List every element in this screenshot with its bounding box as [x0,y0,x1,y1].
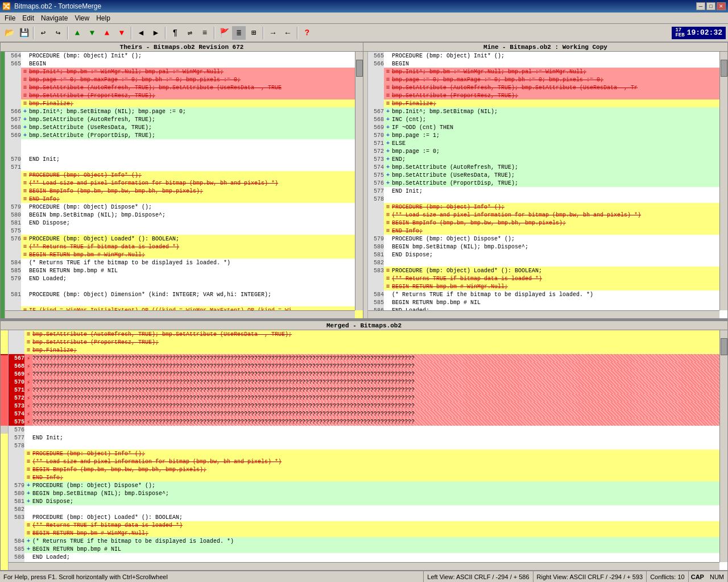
menu-help[interactable]: Help [93,14,114,23]
table-row: 571 ⚡ ??????????????????????????????????… [9,386,727,394]
status-conflicts: Conflicts: 10 [647,571,689,582]
table-row: 582 [9,505,727,513]
clock-time: 19:02:32 [687,28,722,37]
table-row: ≡ PROCEDURE (bmp: Object) Info* (); [9,450,727,458]
merged-code-table: ≡ bmp.SetAttribute (AutoRefresh, TRUE); … [9,330,727,570]
table-row [5,147,363,155]
table-row: ≡ bmp.SetAttribute (ProportResz, TRUE); [9,338,727,346]
prev-diff-button[interactable]: ▲ [100,26,114,40]
table-row: 583 PROCEDURE (bmp: Object) Loaded* (): … [9,513,727,521]
table-row: 578 [9,442,727,450]
statusbar: For Help, press F1. Scroll horizontally … [0,571,728,582]
split-button[interactable]: ⊞ [247,26,260,40]
table-row: ≡ PROCEDURE (bmp: Object) Info* (); [5,171,363,179]
minimize-button[interactable]: ─ [696,2,705,10]
table-row: 570 + bmp.page := 1; [368,131,727,139]
prev-conflict-button[interactable]: ▲ [71,26,84,40]
right-pane-header: Mine - Bitmaps.ob2 : Working Copy [363,43,727,52]
right-to-merged-button[interactable]: ← [281,26,295,40]
right-vscrollbar[interactable] [719,52,727,310]
table-row: 576 ≡ PROCEDURE (bmp: Object) Loaded* ()… [5,235,363,243]
left-code-table: 564 PROCEDURE (bmp: Object) Init* (); 56… [5,52,363,318]
left-to-merged-button[interactable]: → [266,26,280,40]
close-button[interactable]: ✕ [717,2,726,10]
table-row: ≡ bmp.Init^; bmp.bm := WinMgr.Null; bmp.… [368,68,727,76]
view-mode-button[interactable]: ≡ [198,26,212,40]
merged-hscrollbar[interactable] [9,562,719,570]
table-row: 570 END Init; [5,155,363,163]
table-row: 577 END Init; [368,187,727,195]
use-left-button[interactable]: ◀ [134,26,148,40]
titlebar: 🔀 Bitmaps.ob2 - TortoiseMerge ─ □ ✕ [0,0,728,13]
status-cap-indicator: CAP [689,573,706,580]
save-button[interactable]: 💾 [17,26,31,40]
merged-gutter-strip [1,330,9,570]
table-row: 581 PROCEDURE (bmp: Object) Dimension* (… [5,290,363,298]
menubar: File Edit Navigate View Help [0,13,728,24]
help-button[interactable]: ? [300,26,314,40]
table-row: ≡ bmp.Finalize; [9,346,727,354]
merged-vscrollbar[interactable] [719,330,727,562]
table-row: ≡ BEGIN RETURN bmp.bm # WinMgr.Null; [9,529,727,537]
use-right-button[interactable]: ▶ [149,26,163,40]
table-row: 580 BEGIN bmp.SetBitmap (NIL); bmp.Dispo… [5,211,363,219]
table-row: 579 + PROCEDURE (bmp: Object) Dispose* (… [9,481,727,489]
table-row: 575 [5,227,363,235]
table-row: ≡ (** Load size and pixel information fo… [5,179,363,187]
table-row: 574 ⚡ ??????????????????????????????????… [9,410,727,418]
table-row: 572 + bmp.page := 0; [368,147,727,155]
right-hscrollbar[interactable] [368,310,719,318]
left-pane-content[interactable]: 564 PROCEDURE (bmp: Object) Init* (); 56… [1,52,363,318]
next-conflict-button[interactable]: ▼ [85,26,99,40]
status-help: For Help, press F1. Scroll horizontally … [0,571,424,582]
right-pane: Mine - Bitmaps.ob2 : Working Copy 565 PR… [363,42,728,319]
titlebar-controls: ─ □ ✕ [696,2,726,10]
menu-view[interactable]: View [71,14,93,23]
table-row: ≡ (** Load size and pixel information fo… [368,211,727,219]
open-button[interactable]: 📂 [2,26,16,40]
undo-button[interactable]: ↩ [36,26,50,40]
status-right-view: Right View: ASCII CRLF / -294 / + 593 [533,571,647,582]
table-row: ≡ bmp.page := 0; bmp.maxPage := 0; bmp.b… [5,76,363,84]
table-row: 578 [368,195,727,203]
right-pane-content[interactable]: 565 PROCEDURE (bmp: Object) Init* (); 56… [363,52,727,318]
table-row: 586 END Loaded; [9,553,727,561]
wrap-button[interactable]: ⇌ [183,26,197,40]
menu-edit[interactable]: Edit [19,14,38,23]
table-row: 576 [9,426,727,434]
table-row: 585 BEGIN RETURN bmp.bmp # NIL [368,298,727,306]
merged-pane-content[interactable]: ≡ bmp.SetAttribute (AutoRefresh, TRUE); … [1,330,727,570]
menu-file[interactable]: File [1,14,19,23]
table-row: ≡ bmp.page := 0; bmp.maxPage := 0; bmp.b… [368,76,727,84]
table-row: 579 END Loaded; [5,275,363,282]
table-row: 567 + bmp.SetAttribute (AutoRefresh, TRU… [5,115,363,123]
table-row: 576 + bmp.SetAttribute (ProportDisp, TRU… [368,179,727,187]
table-row: ≡ END Info; [5,195,363,203]
table-row: ≡ PROCEDURE (bmp: Object) Info* (); [368,203,727,211]
mark-button[interactable]: 🚩 [217,26,231,40]
table-row: ≡ BEGIN RETURN bmp.bm # WinMgr.Null; [368,282,727,290]
table-row: ≡ END Info; [368,227,727,235]
table-row: 568 + bmp.SetAttribute (UseResData, TRUE… [5,123,363,131]
table-row [5,282,363,290]
next-diff-button[interactable]: ▼ [115,26,129,40]
table-row: ≡ bmp.Finalize; [5,99,363,107]
table-row: 581 END Dispose; [5,219,363,227]
table-row: 569 + IF ~ODD (cnt) THEN [368,123,727,131]
table-row: 584 + (* Returns TRUE if the bitmap to b… [9,537,727,545]
table-row: 569 + bmp.SetAttribute (ProportDisp, TRU… [5,131,363,139]
table-row: 573 + END; [368,155,727,163]
table-row: 567 ⚡ ??????????????????????????????????… [9,354,727,362]
menu-navigate[interactable]: Navigate [38,14,71,23]
table-row: ≡ bmp.Finalize; [368,99,727,107]
show-whitespace-button[interactable]: ¶ [168,26,182,40]
left-hscrollbar[interactable] [5,310,355,318]
inline-button[interactable]: ≣ [232,26,246,40]
redo-button[interactable]: ↪ [51,26,65,40]
status-left-view: Left View: ASCII CRLF / -294 / + 586 [424,571,533,582]
table-row: ≡ (** Load size and pixel information fo… [9,458,727,465]
left-vscrollbar[interactable] [355,52,363,310]
maximize-button[interactable]: □ [706,2,715,10]
table-row: 579 PROCEDURE (bmp: Object) Dispose* (); [5,203,363,211]
table-row: 564 PROCEDURE (bmp: Object) Init* (); [5,52,363,60]
